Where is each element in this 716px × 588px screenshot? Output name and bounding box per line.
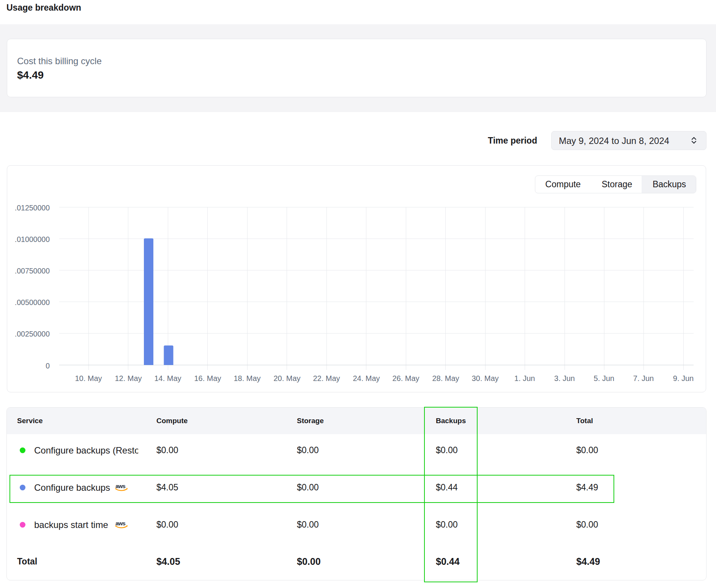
svg-text:aws: aws [115,521,125,526]
